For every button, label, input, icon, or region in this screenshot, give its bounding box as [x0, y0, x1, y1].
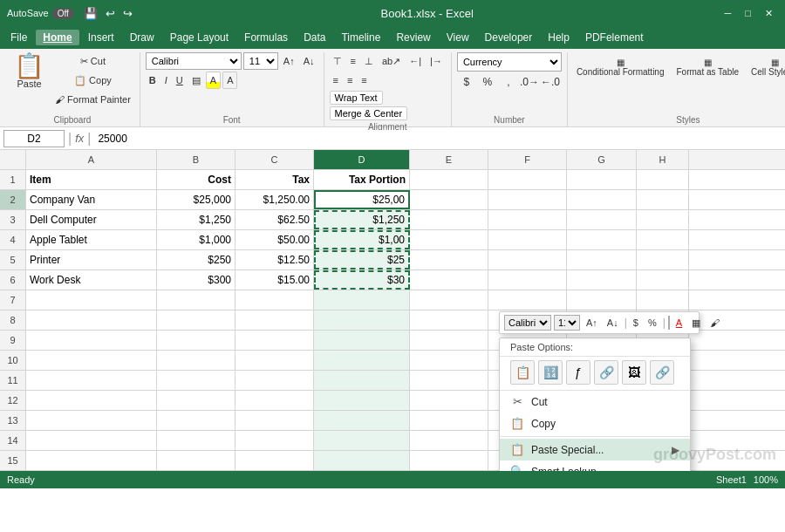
cell-b1[interactable]: Cost — [157, 170, 236, 189]
align-center-button[interactable]: ≡ — [344, 72, 356, 89]
cell-h6[interactable] — [637, 270, 689, 290]
cell-c11[interactable] — [236, 371, 314, 390]
cell-d9[interactable] — [314, 331, 410, 350]
minimize-button[interactable]: ─ — [720, 8, 737, 19]
cell-a2[interactable]: Company Van — [26, 190, 157, 209]
decrease-decimal-button[interactable]: ←.0 — [541, 73, 560, 91]
paste-btn-3[interactable]: ƒ — [566, 360, 590, 385]
cell-h5[interactable] — [637, 250, 689, 269]
cell-b8[interactable] — [157, 310, 236, 330]
cell-c6[interactable]: $15.00 — [236, 270, 314, 290]
save-qat-button[interactable]: 💾 — [81, 6, 100, 21]
cell-f5[interactable] — [488, 250, 567, 269]
row-header-7[interactable]: 7 — [0, 290, 26, 310]
cell-b15[interactable] — [157, 451, 236, 470]
cell-d12[interactable] — [314, 391, 410, 410]
row-header-2[interactable]: 2 — [0, 190, 26, 209]
cell-b14[interactable] — [157, 431, 236, 450]
cell-c10[interactable] — [236, 351, 314, 370]
paste-btn-5[interactable]: 🖼 — [622, 360, 646, 385]
row-header-11[interactable]: 11 — [0, 371, 26, 390]
cell-e6[interactable] — [410, 270, 488, 290]
cell-a9[interactable] — [26, 331, 157, 350]
cell-c12[interactable] — [236, 391, 314, 410]
menu-review[interactable]: Review — [389, 30, 437, 45]
cell-h1[interactable] — [637, 170, 689, 189]
close-button[interactable]: ✕ — [760, 8, 778, 19]
col-header-d[interactable]: D — [314, 150, 410, 169]
cell-g1[interactable] — [567, 170, 637, 189]
cell-b4[interactable]: $1,000 — [157, 230, 236, 249]
context-menu-copy[interactable]: 📋 Copy — [500, 413, 690, 434]
col-header-g[interactable]: G — [567, 150, 637, 169]
name-box[interactable] — [3, 130, 65, 147]
menu-formulas[interactable]: Formulas — [237, 30, 295, 45]
cell-styles-button[interactable]: ▦ Cell Styles ~ — [747, 56, 785, 78]
cell-e11[interactable] — [410, 371, 488, 390]
fill-color-button[interactable]: A — [206, 72, 221, 89]
cell-f4[interactable] — [488, 230, 567, 249]
sheet-tab[interactable]: Sheet1 — [716, 474, 747, 485]
mini-font-size-select[interactable]: 11 — [554, 315, 580, 331]
cell-c5[interactable]: $12.50 — [236, 250, 314, 269]
dollar-button[interactable]: $ — [457, 73, 476, 91]
menu-file[interactable]: File — [3, 30, 34, 45]
mini-font-select[interactable]: Calibri — [504, 315, 551, 331]
cell-a11[interactable] — [26, 371, 157, 390]
row-header-5[interactable]: 5 — [0, 250, 26, 269]
menu-developer[interactable]: Developer — [478, 30, 540, 45]
cell-a12[interactable] — [26, 391, 157, 410]
context-menu-cut[interactable]: ✂ Cut — [500, 391, 690, 413]
cell-d15[interactable] — [314, 451, 410, 470]
mini-fill-color[interactable] — [668, 316, 670, 330]
cell-c9[interactable] — [236, 331, 314, 350]
row-header-13[interactable]: 13 — [0, 411, 26, 430]
cell-g7[interactable] — [567, 290, 637, 310]
conditional-formatting-button[interactable]: ▦ Conditional Formatting — [573, 56, 668, 78]
col-header-a[interactable]: A — [26, 150, 157, 169]
cell-b10[interactable] — [157, 351, 236, 370]
font-size-select[interactable]: 11 — [243, 52, 278, 70]
cell-b9[interactable] — [157, 331, 236, 350]
cell-f7[interactable] — [488, 290, 567, 310]
align-left-button[interactable]: ≡ — [330, 72, 342, 89]
mini-paint-button[interactable]: 🖌 — [706, 317, 723, 329]
cell-c1[interactable]: Tax — [236, 170, 314, 189]
col-header-b[interactable]: B — [157, 150, 236, 169]
cell-e9[interactable] — [410, 331, 488, 350]
paste-btn-6[interactable]: 🔗 — [650, 360, 674, 385]
font-family-select[interactable]: Calibri — [146, 52, 242, 70]
zoom-control[interactable]: 100% — [754, 474, 778, 485]
cell-a14[interactable] — [26, 431, 157, 450]
menu-insert[interactable]: Insert — [81, 30, 121, 45]
redo-button[interactable]: ↪ — [120, 6, 135, 21]
autosave-toggle[interactable]: Off — [52, 8, 74, 19]
orientation-button[interactable]: ab↗ — [379, 52, 404, 70]
cut-button[interactable]: ✂ Cut — [51, 52, 134, 70]
cell-e12[interactable] — [410, 391, 488, 410]
align-right-button[interactable]: ≡ — [358, 72, 370, 89]
cell-f6[interactable] — [488, 270, 567, 290]
cell-d1[interactable]: Tax Portion — [314, 170, 410, 189]
cell-a10[interactable] — [26, 351, 157, 370]
cell-b7[interactable] — [157, 290, 236, 310]
undo-button[interactable]: ↩ — [103, 6, 118, 21]
cell-a3[interactable]: Dell Computer — [26, 210, 157, 229]
cell-b2[interactable]: $25,000 — [157, 190, 236, 209]
cell-c4[interactable]: $50.00 — [236, 230, 314, 249]
row-header-6[interactable]: 6 — [0, 270, 26, 290]
cell-c7[interactable] — [236, 290, 314, 310]
menu-data[interactable]: Data — [297, 30, 332, 45]
paste-btn-4[interactable]: 🔗 — [594, 360, 618, 385]
cell-h3[interactable] — [637, 210, 689, 229]
underline-button[interactable]: U — [173, 72, 187, 89]
row-header-9[interactable]: 9 — [0, 331, 26, 350]
merge-center-button[interactable]: Merge & Center — [330, 106, 408, 120]
cell-c14[interactable] — [236, 431, 314, 450]
cell-d14[interactable] — [314, 431, 410, 450]
row-header-1[interactable]: 1 — [0, 170, 26, 189]
cell-e13[interactable] — [410, 411, 488, 430]
comma-button[interactable]: , — [499, 73, 518, 91]
cell-e5[interactable] — [410, 250, 488, 269]
wrap-text-button[interactable]: Wrap Text — [330, 91, 383, 105]
